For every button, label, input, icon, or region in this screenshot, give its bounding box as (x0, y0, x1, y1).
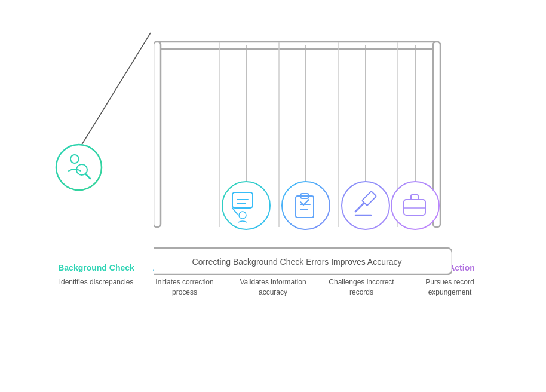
svg-line-31 (79, 33, 151, 149)
svg-point-28 (391, 182, 439, 229)
displaced-ball (46, 30, 177, 200)
cradle-wrapper: Correcting Background Check Errors Impro… (94, 12, 452, 269)
svg-point-32 (56, 145, 102, 190)
svg-point-19 (282, 182, 330, 229)
cradle-frame: Correcting Background Check Errors Impro… (154, 36, 428, 245)
label-desc-background-check: Identifies discrepancies (54, 277, 138, 287)
main-container: Correcting Background Check Errors Impro… (0, 0, 546, 392)
svg-text:Correcting Background Check Er: Correcting Background Check Errors Impro… (192, 257, 402, 267)
svg-point-24 (342, 182, 389, 229)
cradle-svg: Correcting Background Check Errors Impro… (154, 36, 452, 281)
